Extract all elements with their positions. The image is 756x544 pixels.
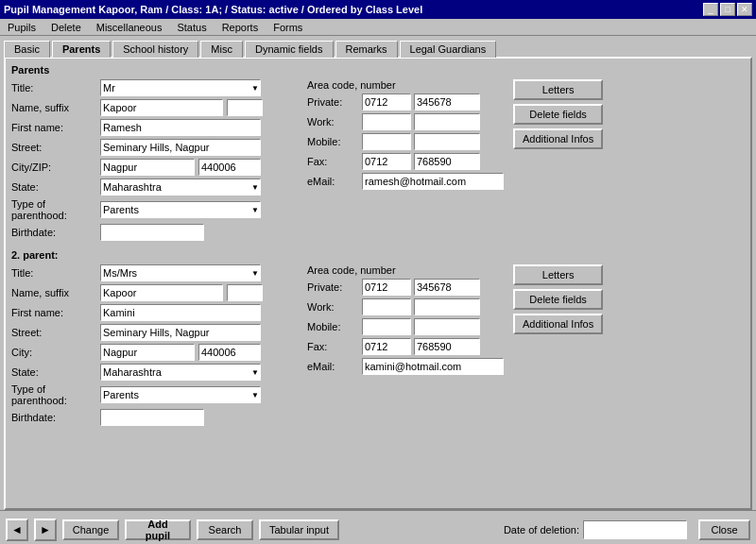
p2-area-label: Area code, number [307,264,504,276]
p2-state-label: State: [11,366,96,378]
p1-citzip-label: City/ZIP: [11,162,96,173]
p2-work-area[interactable] [362,298,411,315]
window-title: Pupil Management Kapoor, Ram / Class: 1A… [4,4,422,15]
parent2-phone-section: Area code, number Private: Work: [307,264,504,378]
p2-zip-input[interactable] [198,344,261,361]
p1-private-area[interactable] [362,94,411,110]
close-button[interactable]: ✕ [737,3,752,16]
p1-additional-button[interactable]: Additional Infos [513,128,603,149]
parent1-phone-section: Area code, number Private: Work: [307,79,504,193]
p1-birthdate-input[interactable] [100,224,204,241]
p1-delete-button[interactable]: Delete fields [513,104,603,125]
p2-parenttype-label: Type of parenthood: [11,383,96,406]
p2-private-area[interactable] [362,279,411,296]
p2-suffix-input[interactable] [227,284,263,301]
p2-fax-label: Fax: [307,341,359,352]
p2-letters-button[interactable]: Letters [513,264,603,285]
p2-state-select[interactable]: Maharashtra [100,364,261,381]
p1-private-label: Private: [307,96,359,108]
p1-email-input[interactable] [362,173,504,190]
next-button[interactable]: ► [34,518,57,541]
p1-name-input[interactable] [100,99,223,116]
parent2-section: Title: Ms/MrsMrDr ▼ Name, suffix First n… [11,264,745,429]
p1-state-label: State: [11,181,96,193]
p2-additional-button[interactable]: Additional Infos [513,314,603,334]
p2-street-input[interactable] [100,324,261,341]
p2-name-input[interactable] [100,284,223,301]
parent1-buttons: Letters Delete fields Additional Infos [513,79,603,193]
tab-basic[interactable]: Basic [4,41,50,58]
p1-mobile-number[interactable] [414,133,480,150]
p1-title-label: Title: [11,82,96,94]
p2-title-label: Title: [11,267,96,279]
p1-fax-number[interactable] [414,153,480,170]
p2-mobile-label: Mobile: [307,321,359,332]
parent2-left: Title: Ms/MrsMrDr ▼ Name, suffix First n… [11,264,300,429]
parent1-right: Area code, number Private: Work: [307,79,745,244]
parent2-section-label: 2. parent: [11,249,745,261]
p1-street-label: Street: [11,142,96,153]
maximize-button[interactable]: □ [720,3,735,16]
menu-miscellaneous[interactable]: Miscellaneous [93,22,166,33]
menu-pupils[interactable]: Pupils [4,22,40,33]
change-button[interactable]: Change [62,519,119,540]
tabular-input-button[interactable]: Tabular input [259,519,339,540]
p2-email-input[interactable] [362,358,504,375]
p2-fax-area[interactable] [362,338,411,355]
add-pupil-button[interactable]: Add pupil [125,519,191,540]
menu-status[interactable]: Status [173,22,210,33]
p1-fax-area[interactable] [362,153,411,170]
p1-parenttype-select[interactable]: Parents [100,201,261,218]
p1-mobile-area[interactable] [362,133,411,150]
tab-remarks[interactable]: Remarks [335,41,398,58]
p1-street-input[interactable] [100,139,261,156]
p2-name-label: Name, suffix [11,287,96,298]
p1-title-select[interactable]: MrMs/MrsDr [100,79,261,96]
search-button[interactable]: Search [197,519,253,540]
p2-fax-number[interactable] [414,338,480,355]
p2-firstname-input[interactable] [100,304,261,321]
window-controls: _ □ ✕ [703,3,752,16]
p2-work-label: Work: [307,301,359,313]
p2-delete-button[interactable]: Delete fields [513,289,603,310]
p2-mobile-number[interactable] [414,318,480,335]
prev-button[interactable]: ◄ [6,518,28,541]
close-button[interactable]: Close [698,519,750,540]
tab-legal-guardians[interactable]: Legal Guardians [400,41,497,58]
p1-city-input[interactable] [100,159,195,176]
tab-misc[interactable]: Misc [200,41,243,58]
date-of-deletion-label: Date of deletion: [504,524,579,536]
minimize-button[interactable]: _ [703,3,718,16]
date-of-deletion-input[interactable] [583,520,687,539]
p1-letters-button[interactable]: Letters [513,79,603,100]
p1-name-label: Name, suffix [11,102,96,113]
p2-work-number[interactable] [414,298,480,315]
tabs-bar: Basic Parents School history Misc Dynami… [0,36,756,57]
menu-delete[interactable]: Delete [47,22,85,33]
p1-work-number[interactable] [414,113,480,130]
p2-birthdate-input[interactable] [100,409,204,426]
menu-bar: Pupils Delete Miscellaneous Status Repor… [0,19,756,36]
p2-mobile-area[interactable] [362,318,411,335]
tab-dynamic-fields[interactable]: Dynamic fields [245,41,334,58]
p2-parenttype-select[interactable]: Parents [100,386,261,403]
p2-private-number[interactable] [414,279,480,296]
p1-email-label: eMail: [307,176,359,187]
p1-suffix-input[interactable] [227,99,263,116]
p2-firstname-label: First name: [11,307,96,318]
p1-firstname-input[interactable] [100,119,261,136]
p1-zip-input[interactable] [198,159,261,176]
p2-title-select[interactable]: Ms/MrsMrDr [100,264,261,281]
p1-mobile-label: Mobile: [307,136,359,147]
title-bar: Pupil Management Kapoor, Ram / Class: 1A… [0,0,756,19]
date-of-deletion-section: Date of deletion: [504,520,687,539]
p2-birthdate-label: Birthdate: [11,412,96,423]
tab-parents[interactable]: Parents [52,41,111,58]
menu-forms[interactable]: Forms [269,22,306,33]
p1-work-area[interactable] [362,113,411,130]
menu-reports[interactable]: Reports [218,22,263,33]
p1-private-number[interactable] [414,94,480,110]
p1-state-select[interactable]: Maharashtra [100,178,261,196]
tab-school-history[interactable]: School history [112,41,198,58]
p2-city-input[interactable] [100,344,195,361]
